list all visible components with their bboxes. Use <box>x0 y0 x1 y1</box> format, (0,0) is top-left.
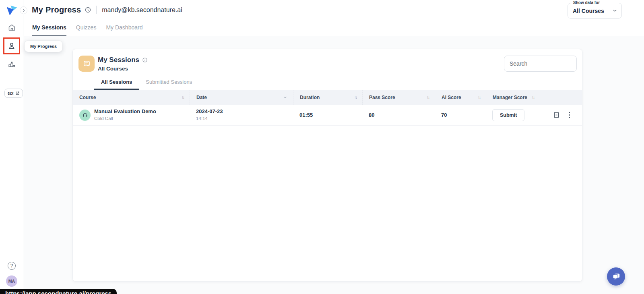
sort-icon[interactable]: ↑↓ <box>354 95 357 99</box>
cell-ai-score: 70 <box>435 105 486 125</box>
document-icon <box>553 111 560 119</box>
cell-actions <box>540 105 582 125</box>
cell-manager-score: Submit <box>486 105 540 125</box>
search-input[interactable] <box>504 56 577 72</box>
g2-badge-label: G2 <box>8 91 14 96</box>
column-header-ai-score[interactable]: AI Score ↑↓ <box>435 90 486 105</box>
course-type: Cold Call <box>94 116 156 122</box>
show-data-for-value: All Courses <box>573 8 604 14</box>
person-icon <box>7 41 16 50</box>
column-header-duration[interactable]: Duration ↑↓ <box>293 90 362 105</box>
title-row: My Progress mandy@kb.secondnature.ai <box>32 5 182 14</box>
submit-score-button[interactable]: Submit <box>492 109 524 121</box>
headphones-icon <box>82 112 88 118</box>
column-label: Duration <box>300 95 320 100</box>
sort-icon[interactable]: ↑↓ <box>532 95 534 99</box>
column-header-manager-score[interactable]: Manager Score ↑↓ <box>486 90 540 105</box>
column-header-pass-score[interactable]: Pass Score ↑↓ <box>362 90 435 105</box>
card-subtitle: All Courses <box>98 66 148 72</box>
card-title-block: My Sessions All Courses <box>98 56 148 72</box>
user-avatar[interactable]: MA <box>6 275 17 287</box>
sessions-card-tabs: All Sessions Submitted Sessions <box>94 79 199 90</box>
sort-icon[interactable]: ↑↓ <box>182 95 184 99</box>
cell-date: 2024-07-23 14:14 <box>190 105 293 125</box>
cell-course: Manual Evaluation Demo Cold Call <box>73 105 190 125</box>
ai-score-value: 70 <box>441 112 447 118</box>
column-header-actions <box>540 90 582 105</box>
note-check-icon <box>83 60 91 68</box>
info-icon[interactable] <box>142 57 148 63</box>
column-label: Course <box>79 95 96 100</box>
chat-bubbles-icon <box>611 272 621 282</box>
sessions-card-icon <box>78 56 95 72</box>
session-report-button[interactable] <box>552 110 561 120</box>
chevron-right-icon <box>22 8 26 12</box>
table-header-row: Course ↑↓ Date Duration ↑↓ Pass Score ↑↓… <box>73 90 582 105</box>
sort-icon[interactable]: ↑↓ <box>478 95 480 99</box>
browser-status-url: https://app.secondnature.ai/progress <box>0 289 117 294</box>
page-title: My Progress <box>32 5 81 14</box>
home-icon <box>8 23 16 32</box>
column-label: Date <box>196 95 207 100</box>
sidebar-item-leaderboard[interactable] <box>0 60 23 68</box>
table-row[interactable]: Manual Evaluation Demo Cold Call 2024-07… <box>73 105 582 126</box>
page-tabs: My Sessions Quizzes My Dashboard <box>32 24 142 36</box>
column-header-date[interactable]: Date <box>190 90 293 105</box>
sidebar-item-home[interactable] <box>0 23 23 32</box>
avatar-initials: MA <box>8 279 15 284</box>
tab-my-sessions[interactable]: My Sessions <box>32 24 66 36</box>
tab-submitted-sessions[interactable]: Submitted Sessions <box>139 79 199 90</box>
help-button[interactable]: ? <box>8 262 16 270</box>
session-duration: 01:55 <box>299 112 313 118</box>
title-divider <box>96 6 97 14</box>
sessions-table: Course ↑↓ Date Duration ↑↓ Pass Score ↑↓… <box>73 90 582 126</box>
g2-review-badge[interactable]: G2 <box>4 89 23 98</box>
row-menu-button[interactable] <box>567 111 572 120</box>
secondnature-logo-icon <box>6 4 18 17</box>
session-avatar <box>79 110 91 121</box>
tab-quizzes[interactable]: Quizzes <box>76 24 97 36</box>
status-url-text: https://app.secondnature.ai/progress <box>5 290 111 294</box>
user-email: mandy@kb.secondnature.ai <box>102 6 182 14</box>
content-area: My Sessions All Courses All Sessions Sub… <box>24 36 644 294</box>
my-progress-tooltip: My Progress <box>25 41 62 52</box>
cell-duration: 01:55 <box>293 105 362 125</box>
tooltip-label: My Progress <box>30 44 57 49</box>
history-clock-icon[interactable] <box>85 6 91 13</box>
pass-score-value: 80 <box>369 112 374 118</box>
column-label: Pass Score <box>369 95 395 100</box>
course-name: Manual Evaluation Demo <box>94 108 156 115</box>
cell-pass-score: 80 <box>362 105 435 125</box>
sidebar: G2 ? MA <box>0 0 23 294</box>
tab-my-dashboard[interactable]: My Dashboard <box>106 24 142 36</box>
column-label: AI Score <box>442 95 461 100</box>
external-link-icon <box>15 91 20 95</box>
sort-icon[interactable]: ↑↓ <box>427 95 429 99</box>
column-label: Manager Score <box>493 95 527 100</box>
leaderboard-icon <box>8 60 16 68</box>
card-title: My Sessions <box>98 56 139 64</box>
show-data-for-label: Show data for <box>572 0 601 5</box>
sidebar-expand-button[interactable] <box>20 6 27 14</box>
sidebar-item-my-progress[interactable] <box>3 37 20 54</box>
chat-widget-button[interactable] <box>607 267 625 286</box>
chevron-down-icon <box>612 8 617 13</box>
top-bar: My Progress mandy@kb.secondnature.ai My … <box>23 0 644 36</box>
chevron-down-icon[interactable] <box>283 95 287 99</box>
session-date: 2024-07-23 <box>196 108 223 115</box>
session-time: 14:14 <box>196 116 223 122</box>
kebab-icon <box>569 112 570 113</box>
my-sessions-card: My Sessions All Courses All Sessions Sub… <box>72 49 582 282</box>
question-mark-icon: ? <box>10 263 13 269</box>
column-header-course[interactable]: Course ↑↓ <box>73 90 190 105</box>
tab-all-sessions[interactable]: All Sessions <box>94 79 139 90</box>
show-data-for-select[interactable]: Show data for All Courses <box>568 3 622 19</box>
